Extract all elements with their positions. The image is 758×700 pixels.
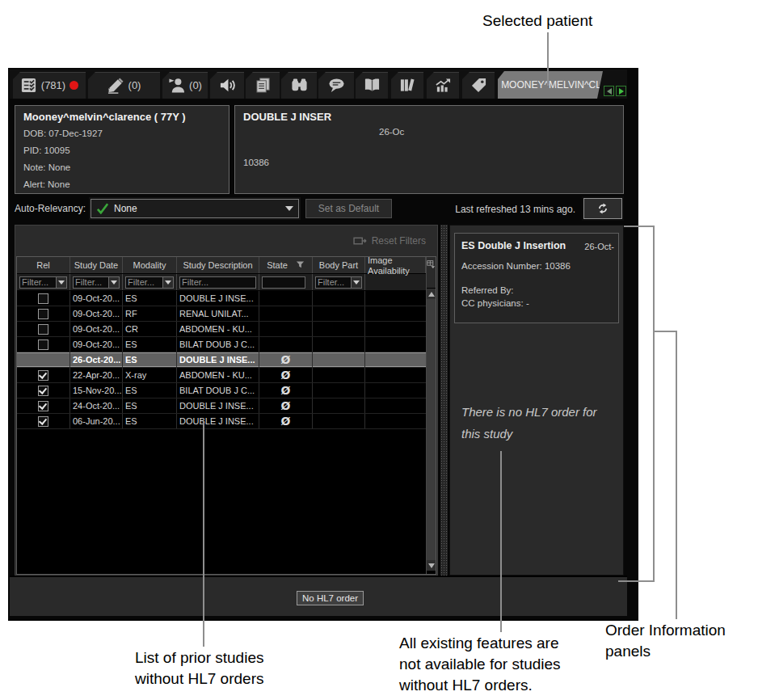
cell-image-availability: [365, 291, 426, 306]
signature-button[interactable]: (0): [88, 72, 160, 99]
refresh-icon: [596, 201, 610, 216]
relevancy-checkbox[interactable]: [38, 370, 48, 381]
filter-input-body-part[interactable]: [315, 276, 352, 289]
no-hl7-order-icon: Ø: [281, 369, 291, 382]
patient-dob: DOB: 07-Dec-1927: [23, 129, 103, 138]
speaker-button[interactable]: [210, 72, 244, 99]
annotation-line-prior-studies: [203, 422, 204, 647]
relevancy-checkbox[interactable]: [38, 293, 48, 304]
tab-scroll-left-button[interactable]: [604, 86, 614, 96]
reset-filters-button[interactable]: Reset Filters: [353, 235, 426, 247]
cell-body-part: [313, 322, 365, 336]
table-row[interactable]: 15-Nov-20...ESBILAT DOUB J C...Ø: [17, 383, 426, 398]
relevancy-checkbox[interactable]: [38, 416, 48, 427]
table-row[interactable]: 26-Oct-20...ESDOUBLE J INSE...Ø: [17, 352, 426, 368]
relevancy-checkbox[interactable]: [38, 339, 48, 350]
chevron-down-icon: [165, 280, 171, 285]
selected-patient-tab[interactable]: MOONEY^MELVIN^CL: [498, 71, 604, 99]
cell-study-date: 09-Oct-20...: [70, 322, 123, 336]
library-button[interactable]: [391, 72, 423, 99]
no-order-message-line1: There is no HL7 order for: [461, 405, 597, 419]
filter-input-study-description[interactable]: [179, 276, 256, 289]
filter-dropdown-button[interactable]: [57, 276, 67, 289]
filter-cell: [177, 274, 259, 290]
column-header-modality[interactable]: Modality: [123, 257, 177, 273]
column-header-rel[interactable]: Rel: [17, 257, 70, 273]
scrollbar-track[interactable]: [427, 299, 436, 560]
cell-rel: [17, 383, 70, 398]
annotation-line-selected-patient: [547, 32, 549, 86]
tag-button[interactable]: [462, 72, 495, 99]
column-header-study-date[interactable]: Study Date: [70, 257, 123, 273]
scroll-up-button[interactable]: [427, 289, 436, 299]
table-row[interactable]: 09-Oct-20...ESBILAT DOUB J C...: [17, 337, 426, 352]
cell-image-availability: [365, 414, 426, 428]
last-refreshed-text: Last refreshed 13 mins ago.: [356, 204, 575, 215]
cell-state: Ø: [259, 383, 313, 398]
column-header-label: Study Date: [74, 260, 118, 270]
filter-dropdown-button[interactable]: [352, 276, 362, 289]
filter-input-state[interactable]: [262, 276, 305, 289]
column-chooser-icon: [427, 259, 436, 269]
book-icon: [364, 77, 381, 94]
column-header-image-availability[interactable]: ImageAvailability: [365, 257, 426, 273]
cell-modality: X-ray: [123, 368, 177, 382]
relevancy-checkbox[interactable]: [38, 386, 48, 396]
column-chooser-button[interactable]: [427, 257, 436, 289]
cell-rel: [17, 337, 70, 352]
documents-button[interactable]: [246, 72, 280, 99]
worklist-button[interactable]: (781): [13, 72, 86, 99]
annotation-prior-studies: List of prior studies without HL7 orders: [135, 647, 263, 689]
scroll-down-button[interactable]: [427, 560, 436, 571]
column-header-body-part[interactable]: Body Part: [313, 257, 365, 273]
table-row[interactable]: 09-Oct-20...ESDOUBLE J INSE...: [17, 291, 426, 306]
no-hl7-order-icon: Ø: [281, 384, 291, 397]
cell-rel: [17, 414, 70, 428]
relevancy-checkbox[interactable]: [38, 401, 48, 411]
study-title: DOUBLE J INSER: [243, 111, 331, 123]
binoculars-icon: [291, 77, 308, 94]
auto-relevancy-dropdown[interactable]: None: [91, 199, 299, 218]
stats-icon: [435, 77, 452, 94]
triangle-down-icon: [428, 563, 435, 568]
cell-modality: ES: [123, 337, 177, 352]
cell-state: Ø: [259, 414, 313, 428]
filter-input-rel[interactable]: [19, 276, 57, 289]
cell-study-description: BILAT DOUB J C...: [177, 383, 259, 398]
filter-input-modality[interactable]: [125, 276, 163, 289]
patient-button[interactable]: (0): [162, 72, 208, 99]
column-header-study-description[interactable]: Study Description: [177, 257, 259, 273]
search-button[interactable]: [281, 72, 317, 99]
filter-input-study-date[interactable]: [73, 276, 109, 289]
auto-relevancy-value: None: [114, 203, 280, 214]
chat-button[interactable]: [318, 72, 354, 99]
annotation-line-features: [500, 451, 502, 632]
table-row[interactable]: 24-Oct-20...ESDOUBLE J INSE...Ø: [17, 398, 426, 414]
no-hl7-order-icon: Ø: [281, 399, 291, 412]
pane-splitter[interactable]: [440, 225, 448, 576]
table-row[interactable]: 06-Jun-20...ESDOUBLE J INSE...Ø: [17, 414, 426, 429]
tab-scroll-right-button[interactable]: [616, 86, 626, 96]
table-row[interactable]: 09-Oct-20...RFRENAL UNILAT...: [17, 306, 426, 322]
table-row[interactable]: 09-Oct-20...CRABDOMEN - KU...: [17, 322, 426, 337]
column-header-label: State: [267, 260, 288, 270]
statistics-button[interactable]: [427, 72, 459, 99]
cell-body-part: [313, 383, 365, 398]
order-title: ES Double J Insertion: [461, 240, 566, 251]
filter-cell: [365, 274, 426, 290]
cell-modality: RF: [123, 306, 177, 321]
relevancy-checkbox[interactable]: [38, 324, 48, 335]
filter-dropdown-button[interactable]: [109, 276, 120, 289]
refresh-button[interactable]: [583, 198, 622, 219]
table-row[interactable]: 22-Apr-20...X-rayABDOMEN - KU...Ø: [17, 368, 426, 383]
relevancy-checkbox[interactable]: [38, 309, 48, 319]
cell-state: [259, 291, 313, 306]
filter-dropdown-button[interactable]: [163, 276, 174, 289]
column-header-label: Rel: [36, 260, 50, 270]
cell-body-part: [313, 368, 365, 382]
column-header-state[interactable]: State: [259, 257, 313, 273]
cell-state: [259, 306, 313, 321]
book-button[interactable]: [356, 72, 388, 99]
filter-cell: [70, 274, 123, 290]
annotation-bracket-connector: [655, 331, 677, 332]
